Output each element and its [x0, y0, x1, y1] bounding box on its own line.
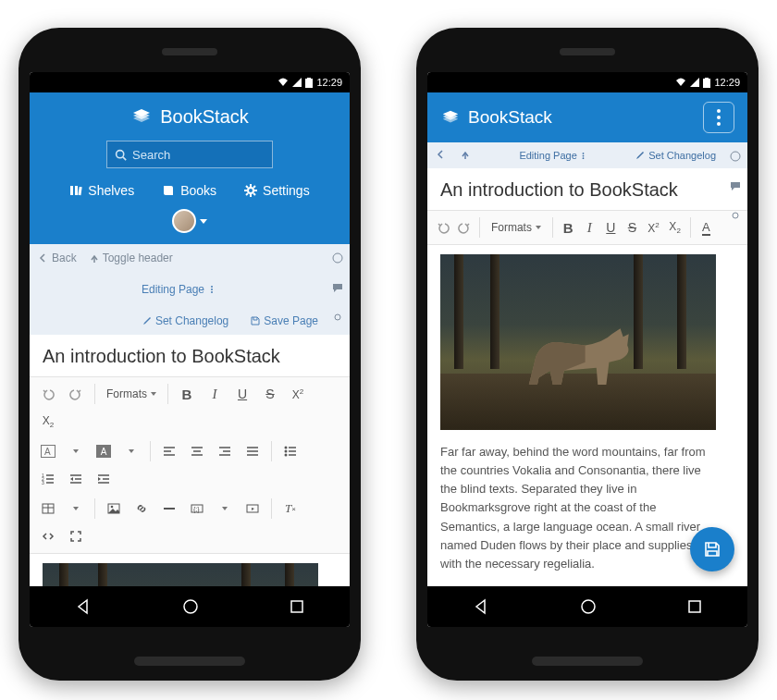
- code-block-button[interactable]: {;}: [184, 496, 210, 522]
- bookstack-logo-icon: [130, 105, 153, 128]
- hr-button[interactable]: [156, 496, 182, 522]
- table-button[interactable]: [35, 496, 61, 522]
- align-center-button[interactable]: [184, 438, 210, 464]
- formats-dropdown[interactable]: Formats: [486, 215, 547, 240]
- fullscreen-button[interactable]: [63, 523, 89, 549]
- svg-rect-62: [703, 79, 710, 88]
- recents-icon[interactable]: [290, 599, 304, 614]
- bold-button[interactable]: B: [174, 381, 200, 407]
- page-title-input[interactable]: An introduction to BookStack: [427, 168, 747, 210]
- embed-button[interactable]: [240, 496, 265, 522]
- indent-button[interactable]: [91, 466, 117, 492]
- toggle-header-button[interactable]: Toggle header: [90, 252, 173, 264]
- svg-point-55: [111, 506, 114, 509]
- android-status-bar: 12:29: [30, 72, 350, 92]
- subscript-button[interactable]: X2: [35, 409, 61, 435]
- chevron-down-icon[interactable]: [63, 438, 89, 464]
- set-changelog-button[interactable]: Set Changelog: [635, 150, 716, 161]
- side-tab-info[interactable]: [727, 148, 744, 165]
- side-tab-link[interactable]: [727, 207, 744, 224]
- italic-button[interactable]: I: [580, 215, 599, 240]
- brand[interactable]: BookStack: [440, 107, 552, 128]
- shelves-icon: [69, 184, 82, 197]
- align-left-button[interactable]: [156, 438, 182, 464]
- align-right-button[interactable]: [212, 438, 238, 464]
- status-time: 12:29: [714, 77, 740, 88]
- redo-button[interactable]: [63, 381, 89, 407]
- svg-rect-6: [79, 187, 82, 195]
- redo-button[interactable]: [454, 215, 474, 240]
- bold-button[interactable]: B: [559, 215, 578, 240]
- home-icon[interactable]: [580, 598, 597, 615]
- superscript-button[interactable]: X2: [285, 381, 311, 407]
- chevron-down-icon[interactable]: [212, 496, 238, 522]
- undo-button[interactable]: [35, 381, 61, 407]
- page-title-input[interactable]: An introduction to BookStack: [30, 335, 350, 376]
- recents-icon[interactable]: [687, 599, 702, 614]
- editor-toolbar: Formats B I U S X2 X2 A: [427, 210, 747, 245]
- kebab-icon[interactable]: [208, 285, 216, 294]
- underline-button[interactable]: U: [601, 215, 621, 240]
- side-tab-info[interactable]: [329, 250, 346, 266]
- italic-button[interactable]: I: [202, 381, 228, 407]
- kebab-icon[interactable]: [580, 152, 586, 160]
- side-tab-comments[interactable]: [727, 178, 744, 194]
- breadcrumb-bar: Back Toggle header Editing Page Set Chan…: [30, 244, 350, 335]
- app-header: BookStack Search Shelves Books Settings: [30, 92, 350, 244]
- nav-shelves[interactable]: Shelves: [69, 183, 134, 198]
- back-button[interactable]: [437, 150, 446, 161]
- back-button[interactable]: Back: [39, 252, 77, 264]
- content-image[interactable]: [43, 563, 318, 586]
- clear-format-button[interactable]: T×: [278, 496, 303, 522]
- bg-color-button[interactable]: A: [91, 438, 117, 464]
- back-icon[interactable]: [75, 598, 92, 615]
- superscript-button[interactable]: X2: [644, 215, 663, 240]
- underline-button[interactable]: U: [229, 381, 255, 407]
- nav-settings[interactable]: Settings: [244, 183, 310, 198]
- bullet-list-button[interactable]: [278, 438, 303, 464]
- align-justify-button[interactable]: [240, 438, 265, 464]
- link-button[interactable]: [129, 496, 154, 522]
- menu-button[interactable]: [703, 102, 734, 133]
- outdent-button[interactable]: [63, 466, 89, 492]
- svg-point-2: [117, 150, 124, 157]
- subscript-button[interactable]: X2: [665, 215, 684, 240]
- svg-point-60: [184, 600, 197, 613]
- image-button[interactable]: [101, 496, 127, 522]
- content-image[interactable]: [440, 254, 716, 430]
- app-header-compact: BookStack: [427, 92, 747, 142]
- text-color-button[interactable]: A: [35, 438, 61, 464]
- set-changelog-button[interactable]: Set Changelog: [142, 314, 228, 327]
- side-tabs: [329, 250, 346, 325]
- side-tab-comments[interactable]: [329, 279, 346, 296]
- svg-rect-0: [305, 79, 313, 88]
- formats-dropdown[interactable]: Formats: [101, 381, 162, 407]
- toggle-header-button[interactable]: [461, 150, 470, 161]
- strike-button[interactable]: S: [623, 215, 642, 240]
- wifi-icon: [675, 78, 686, 87]
- home-icon[interactable]: [182, 598, 199, 615]
- source-code-button[interactable]: [35, 523, 61, 549]
- pencil-icon: [142, 316, 152, 325]
- nav-books[interactable]: Books: [162, 183, 216, 198]
- strike-button[interactable]: S: [257, 381, 283, 407]
- toggle-icon: [461, 150, 470, 159]
- chevron-down-icon[interactable]: [118, 438, 144, 464]
- user-menu[interactable]: [39, 209, 340, 233]
- body-paragraph[interactable]: Far far away, behind the word mountains,…: [440, 443, 716, 573]
- back-icon[interactable]: [473, 598, 489, 615]
- chevron-down-icon[interactable]: [63, 496, 89, 522]
- brand[interactable]: BookStack: [39, 105, 340, 128]
- save-page-button[interactable]: Save Page: [251, 314, 318, 327]
- save-fab[interactable]: [690, 527, 734, 571]
- number-list-button[interactable]: 123: [35, 466, 61, 492]
- side-tab-link[interactable]: [329, 309, 346, 325]
- editor-canvas[interactable]: [30, 554, 350, 586]
- svg-text:{;}: {;}: [193, 506, 200, 513]
- svg-point-66: [582, 155, 584, 157]
- undo-button[interactable]: [433, 215, 452, 240]
- search-input[interactable]: Search: [106, 141, 273, 168]
- text-color-button[interactable]: A: [697, 215, 716, 240]
- svg-rect-1: [307, 78, 311, 79]
- android-nav-bar: [30, 586, 350, 627]
